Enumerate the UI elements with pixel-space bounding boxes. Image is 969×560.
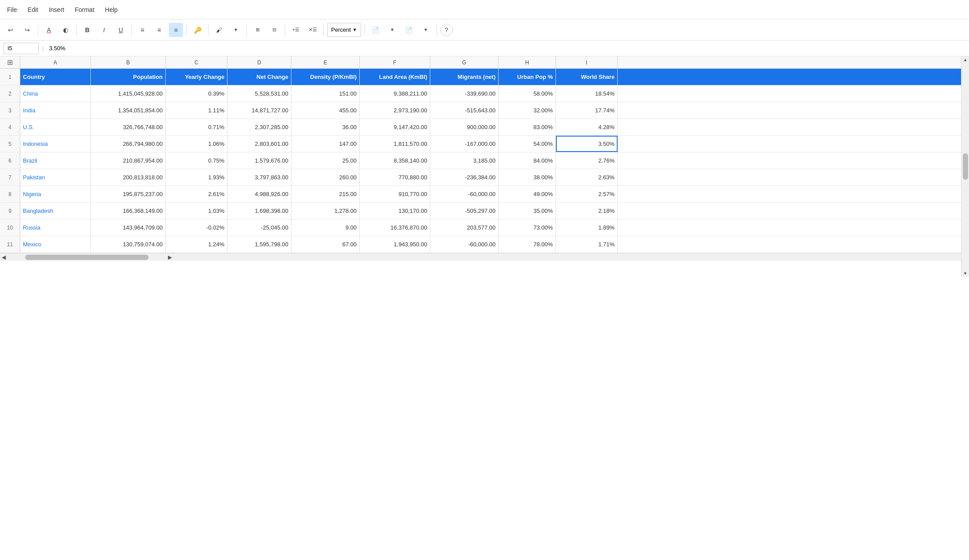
cell-country[interactable]: U.S. [20,119,91,135]
col-header-f[interactable]: F [360,56,430,68]
help-button[interactable]: ? [440,24,453,36]
col-header-b[interactable]: B [91,56,166,68]
cell-land[interactable]: 16,376,870.00 [360,219,430,236]
horizontal-scrollbar[interactable]: ◀ ▶ [0,253,961,261]
scroll-thumb[interactable] [25,255,149,260]
vertical-scrollbar[interactable]: ▲ ▼ [961,56,969,277]
cell-yearly[interactable]: 1.06% [166,136,227,152]
doc-icon-1[interactable]: 📄 [369,23,383,37]
cell-yearly[interactable]: 1.03% [166,203,227,219]
cell-density[interactable]: 36.00 [291,119,360,135]
unfreeze-button[interactable]: ⊟ [267,23,281,37]
menu-file[interactable]: File [7,6,17,13]
cell-migrants[interactable]: 900,000.00 [430,119,499,135]
cell-migrants[interactable]: -515,643.00 [430,102,499,119]
cell-world-share[interactable]: 2.18% [556,203,618,219]
cell-density[interactable]: 9.00 [291,219,360,236]
cell-migrants[interactable]: -236,384.00 [430,169,499,185]
cell-net[interactable]: 2,803,601.00 [227,136,291,152]
scroll-track[interactable] [963,63,968,270]
cell-urban[interactable]: 78.00% [499,236,556,252]
cell-density[interactable]: 151.00 [291,85,360,102]
cell-population[interactable]: 195,875,237.00 [91,186,166,202]
col-header-h[interactable]: H [499,56,556,68]
col-header-c[interactable]: C [166,56,227,68]
cell-reference[interactable]: I5 [4,43,39,54]
cell-urban[interactable]: 38.00% [499,169,556,185]
menu-format[interactable]: Format [75,6,94,13]
cell-population[interactable]: 143,964,709.00 [91,219,166,236]
cell-urban[interactable]: 54.00% [499,136,556,152]
cell-density[interactable]: 215.00 [291,186,360,202]
cell-population[interactable]: 166,368,149.00 [91,203,166,219]
scroll-right-arrow[interactable]: ▶ [166,254,174,260]
cell-urban[interactable]: 32.00% [499,102,556,119]
cell-net[interactable]: -25,045.00 [227,219,291,236]
cell-country[interactable]: Nigeria [20,186,91,202]
cell-land[interactable]: 9,388,211.00 [360,85,430,102]
cell-population[interactable]: 1,354,051,854.00 [91,102,166,119]
cell-country[interactable]: Brazil [20,152,91,169]
cell-migrants[interactable]: 203,577.00 [430,219,499,236]
cell-urban[interactable]: 83.00% [499,119,556,135]
format-select[interactable]: Percent ▼ [327,23,361,37]
menu-insert[interactable]: Insert [49,6,64,13]
cell-urban[interactable]: 84.00% [499,152,556,169]
cell-world-share[interactable]: 1.71% [556,236,618,252]
cell-yearly[interactable]: 0.75% [166,152,227,169]
cell-land[interactable]: 770,880.00 [360,169,430,185]
cell-world-share[interactable]: 2.76% [556,152,618,169]
cell-land[interactable]: 130,170.00 [360,203,430,219]
cell-country[interactable]: Indonesia [20,136,91,152]
add-row-button[interactable]: +☰ [289,23,303,37]
cell-urban[interactable]: 58.00% [499,85,556,102]
cell-population[interactable]: 1,415,045,928.00 [91,85,166,102]
cell-net[interactable]: 1,579,676.00 [227,152,291,169]
cell-land[interactable]: 2,973,190.00 [360,102,430,119]
cell-migrants[interactable]: -60,000.00 [430,236,499,252]
cell-country[interactable]: Russia [20,219,91,236]
align-right-button[interactable]: ≡ [169,23,183,37]
cell-land[interactable]: 8,358,140.00 [360,152,430,169]
del-row-button[interactable]: ✕☰ [306,23,320,37]
scroll-left-arrow[interactable]: ◀ [0,254,7,260]
cell-density[interactable]: 455.00 [291,102,360,119]
cell-population[interactable]: 326,766,748.00 [91,119,166,135]
cell-net[interactable]: 3,797,863.00 [227,169,291,185]
cell-country[interactable]: China [20,85,91,102]
key-button[interactable]: 🔑 [190,23,205,37]
cell-migrants[interactable]: 3,185.00 [430,152,499,169]
doc-dropdown-2[interactable]: ▼ [419,23,433,37]
cell-world-share[interactable]: 18.54% [556,85,618,102]
cell-density[interactable]: 260.00 [291,169,360,185]
cell-yearly[interactable]: 0.71% [166,119,227,135]
underline-button[interactable]: U [114,23,128,37]
cell-density[interactable]: 67.00 [291,236,360,252]
cell-yearly[interactable]: 1.11% [166,102,227,119]
col-header-g[interactable]: G [430,56,499,68]
doc-icon-2[interactable]: 📄 [402,23,416,37]
cell-land[interactable]: 9,147,420.00 [360,119,430,135]
menu-help[interactable]: Help [105,6,118,13]
cell-urban[interactable]: 73.00% [499,219,556,236]
font-color-button[interactable]: A [42,23,56,37]
cell-world-share[interactable]: 2.63% [556,169,618,185]
scroll-down-arrow[interactable]: ▼ [962,270,969,277]
cell-net[interactable]: 1,595,798.00 [227,236,291,252]
cell-migrants[interactable]: -505,297.00 [430,203,499,219]
cell-country[interactable]: Pakistan [20,169,91,185]
cell-migrants[interactable]: -339,690.00 [430,85,499,102]
cell-net[interactable]: 2,307,285.00 [227,119,291,135]
scroll-vertical-thumb[interactable] [963,153,968,180]
scroll-up-arrow[interactable]: ▲ [962,56,969,63]
italic-button[interactable]: I [97,23,111,37]
cell-population[interactable]: 266,794,980.00 [91,136,166,152]
bold-button[interactable]: B [80,23,94,37]
cell-country[interactable]: Mexico [20,236,91,252]
cell-density[interactable]: 25.00 [291,152,360,169]
cell-country[interactable]: India [20,102,91,119]
cell-country[interactable]: Bangladesh [20,203,91,219]
menu-edit[interactable]: Edit [28,6,38,13]
cell-urban[interactable]: 35.00% [499,203,556,219]
cell-land[interactable]: 1,811,570.00 [360,136,430,152]
